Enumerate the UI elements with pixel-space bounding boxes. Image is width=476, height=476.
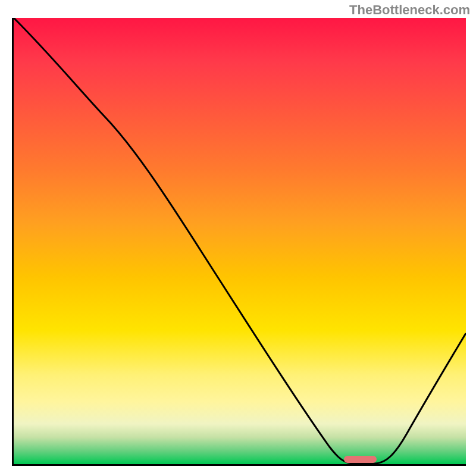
optimal-marker — [344, 456, 377, 463]
curve-path — [14, 18, 466, 464]
watermark-text: TheBottleneck.com — [349, 2, 470, 18]
bottleneck-curve — [14, 18, 466, 464]
plot-area — [12, 18, 466, 466]
chart-container: TheBottleneck.com — [0, 0, 476, 476]
